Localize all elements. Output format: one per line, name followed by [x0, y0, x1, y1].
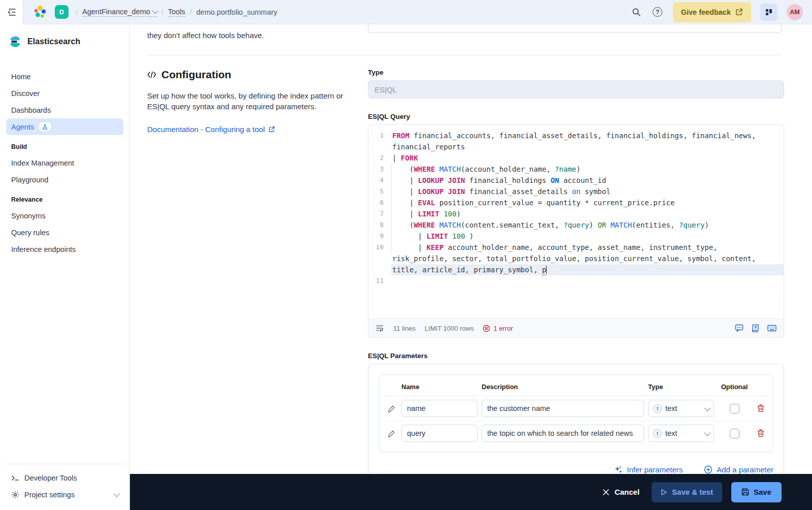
sidebar-item-project-settings[interactable]: Project settings [6, 486, 123, 503]
keyboard-icon[interactable] [767, 325, 776, 332]
edit-pencil-icon[interactable] [388, 405, 395, 412]
sidebar: Elasticsearch Home Discover Dashboards A… [0, 24, 130, 510]
code-line[interactable]: financial_reports [368, 141, 784, 152]
breadcrumb-project[interactable]: AgentFinance_demo [82, 8, 157, 17]
console-icon [11, 474, 19, 482]
close-icon [602, 489, 610, 496]
parameter-row: t text [385, 421, 767, 445]
collapse-menu-icon [7, 8, 16, 16]
code-line[interactable]: 3 (WHERE MATCH(account_holder_name, ?nam… [368, 164, 784, 175]
edit-pencil-icon[interactable] [388, 430, 395, 437]
infer-parameters-button[interactable]: Infer parameters [614, 465, 683, 474]
code-line[interactable]: 7 | LIMIT 100) [368, 208, 784, 219]
parameter-type-select[interactable]: t text [648, 400, 714, 417]
optional-checkbox[interactable] [730, 404, 739, 413]
sidebar-item-discover[interactable]: Discover [6, 85, 123, 102]
sidebar-item-agents[interactable]: Agents [6, 118, 123, 135]
chevron-down-icon [152, 8, 158, 14]
esql-editor-lines[interactable]: 1FROM financial_accounts, financial_asse… [368, 125, 784, 318]
error-status[interactable]: 1 error [483, 325, 513, 332]
give-feedback-label: Give feedback [681, 8, 731, 16]
delete-trash-icon[interactable] [757, 404, 764, 412]
code-line[interactable]: 11 [368, 275, 784, 286]
help-icon: ? [653, 7, 662, 17]
feedback-comment-icon[interactable] [735, 324, 743, 332]
sidebar-item-synonyms[interactable]: Synonyms [6, 207, 123, 224]
give-feedback-button[interactable]: Give feedback [673, 2, 751, 22]
code-line[interactable]: 10 | KEEP account_holder_name, account_t… [368, 242, 784, 253]
apps-icon [765, 8, 773, 16]
sidebar-item-developer-tools[interactable]: Developer Tools [6, 469, 123, 486]
sidebar-item-home[interactable]: Home [6, 68, 123, 85]
esql-editor: 1FROM financial_accounts, financial_asse… [368, 124, 784, 338]
configuration-title: Configuration [161, 69, 231, 81]
sidebar-item-dashboards[interactable]: Dashboards [6, 102, 123, 118]
parameter-row: t text [385, 396, 767, 421]
sidebar-item-index-management[interactable]: Index Management [6, 154, 123, 171]
type-label: Type [368, 69, 784, 76]
parameters-panel: Name Description Type Optional t text t [368, 364, 784, 485]
breadcrumb-tools[interactable]: Tools [168, 8, 185, 17]
code-line[interactable]: 4 | LOOKUP JOIN financial_holdings ON ac… [368, 175, 784, 186]
parameters-rows: t text t text [385, 396, 767, 445]
code-line[interactable]: 9 | LIMIT 100 ) [368, 231, 784, 242]
flask-icon [42, 124, 48, 130]
parameters-header-row: Name Description Type Optional [385, 380, 767, 396]
sidebar-item-query-rules[interactable]: Query rules [6, 224, 123, 241]
save-disk-icon [741, 488, 749, 496]
delete-trash-icon[interactable] [757, 429, 764, 437]
breadcrumb-separator: / [76, 8, 78, 16]
project-badge[interactable]: D [55, 5, 69, 19]
code-line[interactable]: 1FROM financial_accounts, financial_asse… [368, 130, 784, 141]
code-line[interactable]: 5 | LOOKUP JOIN financial_asset_details … [368, 186, 784, 197]
elasticsearch-logo [9, 36, 21, 48]
code-line[interactable]: title, article_id, primary_symbol, p [368, 264, 784, 275]
cancel-button[interactable]: Cancel [602, 488, 639, 496]
esql-query-label: ES|QL Query [368, 113, 784, 120]
parameter-type-select[interactable]: t text [648, 425, 714, 442]
add-parameter-button[interactable]: Add a parameter [704, 465, 773, 474]
documentation-link[interactable]: Documentation - Configuring a tool [147, 125, 275, 134]
chevron-down-icon [114, 491, 120, 497]
sidebar-title: Elasticsearch [27, 37, 80, 46]
collapse-sidebar-button[interactable] [0, 0, 23, 24]
code-line[interactable]: 8 (WHERE MATCH(content.semantic_text, ?q… [368, 219, 784, 231]
apps-button[interactable] [760, 4, 777, 21]
parameter-name-input[interactable] [401, 400, 478, 417]
configuration-form: Type ES|QL ES|QL Query 1FROM financial_a… [368, 69, 784, 485]
avatar[interactable]: AM [787, 4, 803, 20]
breadcrumb: / AgentFinance_demo / Tools / demo.portf… [76, 8, 277, 17]
editor-footer: 11 lines LIMIT 1000 rows 1 error [368, 318, 784, 337]
code-line[interactable]: 2| FORK [368, 152, 784, 164]
code-line[interactable]: risk_profile, sector, total_portfolio_va… [368, 253, 784, 264]
text-type-token-icon: t [653, 429, 662, 438]
column-header-description: Description [482, 383, 644, 391]
parameter-name-input[interactable] [401, 425, 478, 442]
parameter-description-input[interactable] [482, 425, 644, 442]
code-icon [147, 71, 156, 79]
sidebar-section-relevance: Relevance [6, 188, 123, 207]
save-and-test-button[interactable]: Save & test [652, 482, 722, 502]
help-button[interactable]: ? [652, 6, 664, 18]
breadcrumb-current: demo.portfolio_summary [196, 8, 278, 16]
play-icon [661, 489, 667, 496]
external-link-icon [268, 126, 275, 133]
sidebar-item-playground[interactable]: Playground [6, 171, 123, 188]
elastic-logo[interactable] [32, 5, 48, 20]
gear-icon [11, 491, 19, 499]
code-line[interactable]: 6 | EVAL position_current_value = quanti… [368, 197, 784, 208]
line-count: 11 lines [393, 325, 416, 332]
sidebar-item-inference-endpoints[interactable]: Inference endpoints [6, 241, 123, 258]
text-cursor [546, 266, 547, 274]
type-field: ES|QL [368, 80, 784, 99]
optional-checkbox[interactable] [730, 429, 739, 438]
configuration-description: Set up how the tool works, by defining t… [147, 90, 350, 112]
word-wrap-icon[interactable] [376, 325, 384, 332]
chevron-down-icon [704, 429, 711, 436]
save-button[interactable]: Save [731, 482, 782, 502]
parameter-description-input[interactable] [482, 400, 644, 417]
reference-book-icon[interactable] [752, 324, 759, 332]
sidebar-brand: Elasticsearch [6, 34, 123, 48]
search-button[interactable] [630, 6, 642, 18]
error-icon [483, 325, 490, 332]
